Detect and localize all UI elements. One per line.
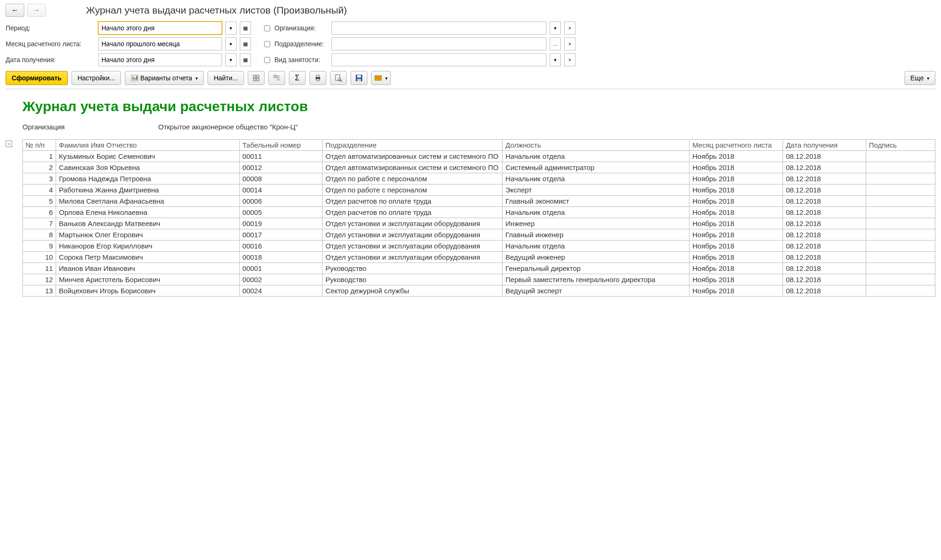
employment-clear-button[interactable]: × [564,53,575,66]
table-row[interactable]: 11Иванов Иван Иванович00001РуководствоГе… [23,263,935,274]
cell-month: Ноябрь 2018 [690,274,783,285]
expand-groups-button[interactable] [248,71,265,85]
col-header-pos: Должность [503,140,690,151]
floppy-icon [355,74,363,82]
cell-sign [866,184,935,196]
find-button[interactable]: Найти... [208,71,244,85]
nav-forward-button[interactable]: → [27,4,46,17]
organization-checkbox-label[interactable]: Организация: [262,24,328,33]
cell-num: 4 [23,184,56,196]
department-checkbox[interactable] [264,41,270,47]
department-label: Подразделение: [274,40,324,48]
settings-button[interactable]: Настройки... [72,71,121,85]
report-table: № п/п Фамилия Имя Отчество Табельный ном… [22,139,935,297]
employment-checkbox-label[interactable]: Вид занятости: [262,56,328,64]
cell-sign [866,173,935,184]
period-calendar-button[interactable]: ▦ [240,21,251,35]
collapse-handle[interactable]: − [6,141,12,147]
cell-date: 08.12.2018 [783,285,866,297]
period-dropdown-button[interactable]: ▾ [225,21,237,35]
cell-pos: Системный администратор [503,162,690,173]
table-row[interactable]: 12Минчев Аристотель Борисович00002Руково… [23,274,935,285]
print-button[interactable] [309,71,326,85]
sheet-month-calendar-button[interactable]: ▦ [240,37,251,50]
col-header-dept: Подразделение [323,140,503,151]
organization-input[interactable] [331,21,546,35]
table-row[interactable]: 9Никаноров Егор Кириллович00016Отдел уст… [23,241,935,252]
more-button[interactable]: Еще ▾ [905,71,936,85]
cell-tab: 00019 [239,218,323,229]
table-row[interactable]: 8Мартынюк Олег Егорович00017Отдел устано… [23,229,935,241]
receive-date-input[interactable] [98,53,222,66]
department-select-button[interactable]: … [550,37,561,50]
department-checkbox-label[interactable]: Подразделение: [262,40,328,49]
cell-dept: Сектор дежурной службы [323,285,503,297]
cell-num: 13 [23,285,56,297]
table-row[interactable]: 5Милова Светлана Афанасьевна00006Отдел р… [23,196,935,207]
cell-sign [866,162,935,173]
chevron-down-icon: ▾ [554,25,557,31]
cell-num: 2 [23,162,56,173]
cell-sign [866,252,935,263]
envelope-icon [374,74,382,82]
preview-button[interactable] [330,71,347,85]
cell-dept: Отдел установки и эксплуатации оборудова… [323,218,503,229]
report-variants-button[interactable]: Варианты отчета ▾ [125,71,204,85]
chevron-down-icon: ▾ [230,25,232,31]
cell-sign [866,285,935,297]
organization-checkbox[interactable] [264,25,270,31]
organization-clear-button[interactable]: × [564,21,575,35]
email-button[interactable]: ▾ [371,71,391,85]
cell-pos: Главный экономист [503,196,690,207]
nav-back-button[interactable]: ← [6,4,24,17]
cell-sign [866,218,935,229]
chevron-down-icon: ▾ [230,57,232,63]
cell-fio: Мартынюк Олег Егорович [56,229,239,241]
employment-checkbox[interactable] [264,57,270,63]
close-icon: × [568,57,571,63]
department-clear-button[interactable]: × [564,37,575,50]
col-header-sign: Подпись [866,140,935,151]
period-input[interactable] [98,21,222,35]
cell-tab: 00012 [239,162,323,173]
collapse-icon [273,74,280,82]
table-row[interactable]: 4Работкина Жанна Дмитриевна00014Отдел по… [23,184,935,196]
report-area: − Журнал учета выдачи расчетных листов О… [6,89,935,297]
cell-fio: Иванов Иван Иванович [56,263,239,274]
calendar-icon: ▦ [243,25,248,31]
table-row[interactable]: 13Войцехович Игорь Борисович00024Сектор … [23,285,935,297]
cell-date: 08.12.2018 [783,207,866,218]
cell-dept: Руководство [323,263,503,274]
cell-pos: Начальник отдела [503,241,690,252]
svg-rect-15 [336,75,340,80]
col-header-month: Месяц расчетного листа [690,140,783,151]
cell-month: Ноябрь 2018 [690,285,783,297]
cell-num: 5 [23,196,56,207]
table-row[interactable]: 10Сорока Петр Максимович00018Отдел устан… [23,252,935,263]
sum-button[interactable]: Σ [289,71,306,85]
employment-dropdown-button[interactable]: ▾ [550,53,561,66]
generate-button[interactable]: Сформировать [6,71,68,85]
cell-num: 8 [23,229,56,241]
close-icon: × [568,41,571,47]
cell-sign [866,263,935,274]
table-row[interactable]: 2Савинская Зоя Юрьевна00012Отдел автомат… [23,162,935,173]
cell-month: Ноябрь 2018 [690,207,783,218]
table-row[interactable]: 7Ваньков Александр Матвеевич00019Отдел у… [23,218,935,229]
receive-date-calendar-button[interactable]: ▦ [240,53,251,66]
collapse-groups-button[interactable] [268,71,285,85]
table-row[interactable]: 3Громова Надежда Петровна00008Отдел по р… [23,173,935,184]
cell-fio: Громова Надежда Петровна [56,173,239,184]
table-row[interactable]: 1Кузьминых Борис Семенович00011Отдел авт… [23,151,935,162]
table-row[interactable]: 6Орлова Елена Николаевна00005Отдел расче… [23,207,935,218]
report-variants-label: Варианты отчета [140,74,192,82]
organization-dropdown-button[interactable]: ▾ [550,21,561,35]
employment-input[interactable] [331,53,546,66]
save-button[interactable] [351,71,367,85]
page-title: Журнал учета выдачи расчетных листов (Пр… [86,5,347,16]
sheet-month-input[interactable] [98,37,222,50]
svg-rect-6 [253,78,256,81]
department-input[interactable] [331,37,546,50]
receive-date-dropdown-button[interactable]: ▾ [225,53,237,66]
sheet-month-dropdown-button[interactable]: ▾ [225,37,237,50]
